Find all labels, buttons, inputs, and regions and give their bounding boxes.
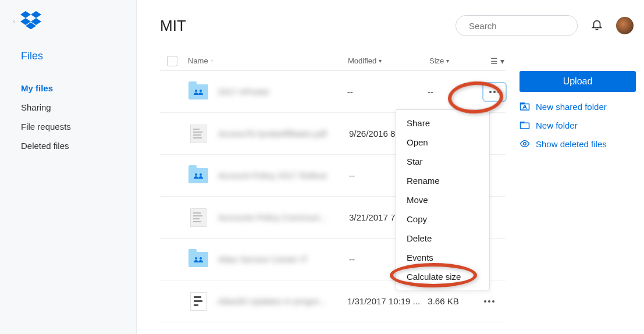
search-input[interactable] <box>469 21 579 31</box>
chevron-down-icon: ▾ <box>446 58 449 64</box>
file-name: Accounts Policy Communi... <box>218 212 349 222</box>
action-label: New folder <box>536 120 578 130</box>
menu-calculate-size[interactable]: Calculate size <box>396 267 489 286</box>
col-name[interactable]: Name↑ <box>188 56 348 65</box>
paper-doc-icon <box>188 293 209 310</box>
topbar: MIT <box>160 0 634 51</box>
file-row[interactable]: 2017 ePoster -- -- <box>160 71 506 113</box>
menu-move[interactable]: Move <box>396 190 489 209</box>
chevron-down-icon: ▾ <box>500 56 504 66</box>
svg-rect-4 <box>521 123 529 129</box>
eye-icon <box>520 138 530 149</box>
nav-deleted-files[interactable]: Deleted files <box>21 141 136 151</box>
menu-copy[interactable]: Copy <box>396 209 489 229</box>
context-menu: Share Open Star Rename Move Copy Delete … <box>396 109 490 290</box>
folder-icon <box>188 251 209 268</box>
menu-delete[interactable]: Delete <box>396 229 489 248</box>
svg-point-5 <box>524 143 526 145</box>
nav-file-requests[interactable]: File requests <box>21 122 136 132</box>
search-box[interactable] <box>456 15 578 36</box>
document-icon <box>188 126 209 142</box>
chevron-down-icon: ▾ <box>379 58 382 64</box>
menu-open[interactable]: Open <box>396 133 489 152</box>
more-actions-button[interactable] <box>482 82 507 102</box>
columns-header: Name↑ Modified▾ Size▾ ☰ ▾ <box>160 51 506 71</box>
avatar[interactable] <box>616 17 634 34</box>
back-chevron-icon[interactable]: ‹ <box>13 16 16 26</box>
file-name: Account Policy 2017 Rollout <box>218 170 349 180</box>
file-name: Atlas Service Center IT <box>218 254 349 264</box>
file-name: Atlas55 Updates in progre... <box>218 296 347 306</box>
action-label: New shared folder <box>536 102 607 112</box>
folder-icon <box>188 84 209 100</box>
col-size[interactable]: Size▾ <box>429 56 473 65</box>
file-size: 3.66 KB <box>428 296 471 306</box>
action-label: Show deleted files <box>536 139 607 149</box>
select-all-checkbox[interactable] <box>167 56 177 66</box>
folder-icon <box>520 120 530 130</box>
nav-sharing[interactable]: Sharing <box>21 102 136 112</box>
sidebar: ‹ Files My files Sharing File requests D… <box>0 0 137 334</box>
page-title: MIT <box>160 17 186 35</box>
action-panel: Upload New shared folder New folder Show… <box>506 51 634 322</box>
nav-files-heading[interactable]: Files <box>21 50 136 62</box>
col-modified[interactable]: Modified▾ <box>348 56 429 65</box>
upload-button[interactable]: Upload <box>520 71 636 92</box>
view-options[interactable]: ☰ ▾ <box>490 56 504 66</box>
file-size: -- <box>428 87 471 97</box>
sort-up-icon: ↑ <box>211 58 214 64</box>
more-actions-button[interactable] <box>482 300 496 303</box>
list-icon: ☰ <box>490 56 498 66</box>
menu-share[interactable]: Share <box>396 113 489 133</box>
file-modified: 1/31/2017 10:19 ... <box>347 296 428 306</box>
file-name: AccessTo-lyndaAffiliates.pdf <box>218 129 349 138</box>
show-deleted-link[interactable]: Show deleted files <box>520 138 634 149</box>
dropbox-logo-icon[interactable] <box>20 10 41 31</box>
file-modified: -- <box>347 87 428 97</box>
menu-star[interactable]: Star <box>396 152 489 171</box>
shared-folder-icon <box>520 101 530 112</box>
notifications-icon[interactable] <box>590 18 603 33</box>
file-name: 2017 ePoster <box>218 87 347 97</box>
new-folder-link[interactable]: New folder <box>520 120 634 130</box>
menu-events[interactable]: Events <box>396 248 489 267</box>
nav-my-files[interactable]: My files <box>21 83 136 93</box>
menu-rename[interactable]: Rename <box>396 171 489 190</box>
folder-icon <box>188 168 209 184</box>
new-shared-folder-link[interactable]: New shared folder <box>520 101 634 112</box>
document-icon <box>188 209 209 226</box>
